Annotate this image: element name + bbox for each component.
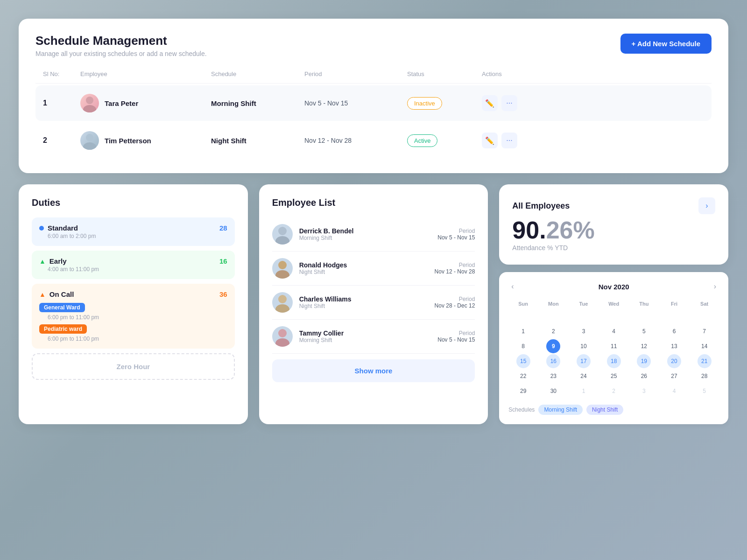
cal-day-14[interactable]: 14 <box>698 339 712 353</box>
page-title: Schedule Management <box>35 34 207 48</box>
actions-1: ✏️ ··· <box>482 95 538 111</box>
cal-dayname-sat: Sat <box>690 299 719 308</box>
cal-empty-2 <box>546 309 560 323</box>
duty-oncall: ▲ On Call 36 General Ward 6:00 pm to 11:… <box>32 284 235 349</box>
employee-list-title: Employee List <box>272 197 475 208</box>
schedule-2: Night Shift <box>211 137 304 145</box>
cal-prev-button[interactable]: ‹ <box>508 281 516 292</box>
cal-day-24[interactable]: 24 <box>577 369 591 383</box>
svg-point-9 <box>275 304 289 313</box>
emp-avatar-3 <box>272 292 293 313</box>
cal-day-26[interactable]: 26 <box>637 369 651 383</box>
cal-day-21[interactable]: 21 <box>698 354 712 368</box>
status-badge-1: Inactive <box>407 97 482 110</box>
employee-name-1: Tara Peter <box>105 99 138 107</box>
emp-shift-4: Morning Shift <box>299 337 431 343</box>
cal-day-7[interactable]: 7 <box>698 324 712 338</box>
col-employee: Employee <box>80 70 211 77</box>
cal-day-11[interactable]: 11 <box>607 339 621 353</box>
ward-pediatric-badge: Pediatric ward <box>39 324 87 334</box>
emp-period-value-2: Nov 12 - Nov 28 <box>435 268 475 275</box>
avatar-2 <box>80 131 99 150</box>
svg-point-8 <box>278 295 287 303</box>
employee-cell-1: Tara Peter <box>80 94 211 112</box>
cal-day-18[interactable]: 18 <box>607 354 621 368</box>
cal-day-17[interactable]: 17 <box>577 354 591 368</box>
cal-day-27[interactable]: 27 <box>667 369 681 383</box>
cal-legend-label: Schedules <box>508 406 535 413</box>
cal-day-20[interactable]: 20 <box>667 354 681 368</box>
cal-day-16[interactable]: 16 <box>546 354 560 368</box>
cal-empty-1 <box>516 309 530 323</box>
cal-day-om-2[interactable]: 2 <box>607 384 621 398</box>
cal-day-9[interactable]: 9 <box>546 339 560 353</box>
emp-shift-3: Night Shift <box>299 303 428 309</box>
cal-day-2[interactable]: 2 <box>546 324 560 338</box>
cal-day-22[interactable]: 22 <box>516 369 530 383</box>
duty-standard-count: 28 <box>219 224 227 232</box>
cal-dayname-thu: Thu <box>629 299 659 308</box>
duty-dot-early: ▲ <box>39 258 46 265</box>
all-employees-card: All Employees › 90.26% Attendance % YTD <box>499 184 728 265</box>
ward-pediatric-time: 6:00 pm to 11:00 pm <box>48 336 227 342</box>
attendance-display: 90.26% Attendance % YTD <box>512 218 715 252</box>
chevron-right-button[interactable]: › <box>698 197 715 214</box>
cal-day-28[interactable]: 28 <box>698 369 712 383</box>
cal-day-29[interactable]: 29 <box>516 384 530 398</box>
cal-day-30[interactable]: 30 <box>546 384 560 398</box>
header-text: Schedule Management Manage all your exis… <box>35 34 207 57</box>
edit-button-1[interactable]: ✏️ <box>482 95 498 111</box>
cal-day-om-1[interactable]: 1 <box>577 384 591 398</box>
cal-day-om-4[interactable]: 4 <box>667 384 681 398</box>
attendance-label: Attendance % YTD <box>512 244 715 252</box>
right-column: All Employees › 90.26% Attendance % YTD … <box>499 184 728 424</box>
attendance-main: 90.26% <box>512 217 594 244</box>
cal-day-13[interactable]: 13 <box>667 339 681 353</box>
edit-button-2[interactable]: ✏️ <box>482 133 498 148</box>
schedule-management-card: Schedule Management Manage all your exis… <box>19 19 728 173</box>
emp-info-1: Derrick B. Bendel Morning Shift <box>299 227 431 241</box>
cal-dayname-fri: Fri <box>660 299 689 308</box>
more-button-2[interactable]: ··· <box>501 133 517 148</box>
emp-period-label-3: Period <box>435 296 475 302</box>
cal-day-12[interactable]: 12 <box>637 339 651 353</box>
show-more-button[interactable]: Show more <box>272 359 475 382</box>
svg-point-1 <box>83 105 96 112</box>
cal-day-5[interactable]: 5 <box>637 324 651 338</box>
cal-day-6[interactable]: 6 <box>667 324 681 338</box>
emp-period-3: Period Nov 28 - Dec 12 <box>435 296 475 309</box>
svg-point-0 <box>86 97 93 104</box>
cal-day-10[interactable]: 10 <box>577 339 591 353</box>
emp-period-value-4: Nov 5 - Nov 15 <box>437 336 475 343</box>
cal-day-23[interactable]: 23 <box>546 369 560 383</box>
add-schedule-button[interactable]: + Add New Schedule <box>620 34 712 54</box>
actions-2: ✏️ ··· <box>482 133 538 148</box>
duty-oncall-label: ▲ On Call <box>39 290 74 298</box>
cal-day-25[interactable]: 25 <box>607 369 621 383</box>
calendar-header: ‹ Nov 2020 › <box>508 281 719 292</box>
duty-standard-label: Standard <box>39 224 78 232</box>
svg-point-2 <box>86 134 93 141</box>
cal-day-19[interactable]: 19 <box>637 354 651 368</box>
cal-morning-shift-badge[interactable]: Morning Shift <box>538 405 583 415</box>
cal-next-button[interactable]: › <box>711 281 719 292</box>
cal-day-om-5[interactable]: 5 <box>698 384 712 398</box>
emp-period-2: Period Nov 12 - Nov 28 <box>435 262 475 275</box>
cal-day-om-3[interactable]: 3 <box>637 384 651 398</box>
emp-period-label-2: Period <box>435 262 475 268</box>
cal-day-3[interactable]: 3 <box>577 324 591 338</box>
employee-name-2: Tim Petterson <box>105 137 151 145</box>
more-button-1[interactable]: ··· <box>501 95 517 111</box>
duty-standard: Standard 28 6:00 am to 2:00 pm <box>32 217 235 246</box>
cal-day-15[interactable]: 15 <box>516 354 530 368</box>
period-1: Nov 5 - Nov 15 <box>304 99 407 107</box>
col-period: Period <box>304 70 407 77</box>
cal-day-8[interactable]: 8 <box>516 339 530 353</box>
cal-dayname-wed: Wed <box>599 299 628 308</box>
cal-day-4[interactable]: 4 <box>607 324 621 338</box>
emp-item-1: Derrick B. Bendel Morning Shift Period N… <box>272 217 475 252</box>
employee-list-card: Employee List Derrick B. Bendel Morning … <box>259 184 488 424</box>
cal-day-1[interactable]: 1 <box>516 324 530 338</box>
duty-oncall-count: 36 <box>219 290 227 298</box>
cal-night-shift-badge[interactable]: Night Shift <box>586 405 623 415</box>
